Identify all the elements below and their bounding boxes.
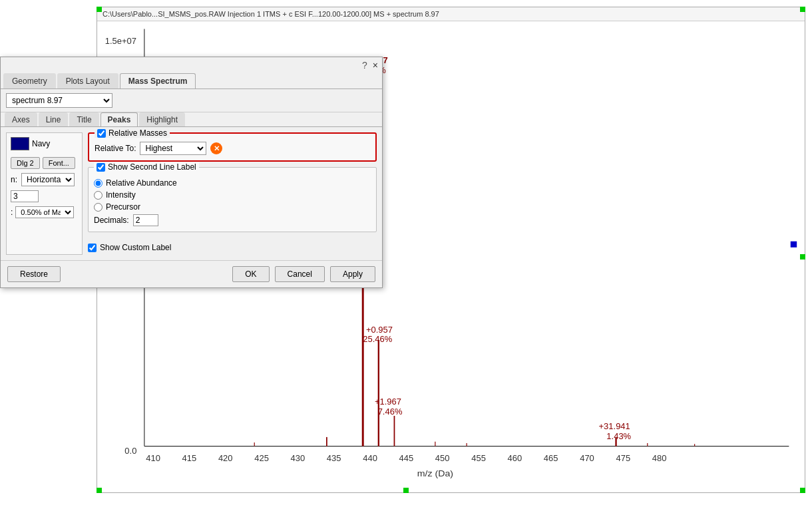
spectrum-select-row: spectrum 8.97	[1, 89, 382, 112]
radio-precursor-input[interactable]	[94, 203, 102, 212]
show-custom-label-checkbox[interactable]	[88, 244, 97, 252]
dlg2-button[interactable]: Dlg 2	[11, 157, 40, 169]
radio-relative-abundance-input[interactable]	[94, 179, 102, 188]
color-swatch-row: Navy	[11, 137, 78, 150]
show-custom-label-row: Show Custom Label	[88, 240, 377, 255]
radio-group: Relative Abundance Intensity Precursor	[94, 176, 371, 212]
tab-title[interactable]: Title	[69, 112, 99, 126]
left-panel: Navy Dlg 2 Font... n: Horizontal Vertica…	[6, 132, 83, 255]
cancel-button[interactable]: Cancel	[275, 266, 325, 282]
svg-text:410: 410	[146, 454, 160, 464]
svg-text:450: 450	[435, 454, 450, 464]
svg-text:425: 425	[254, 454, 269, 464]
radio-intensity-label: Intensity	[106, 190, 136, 200]
svg-text:+31.941: +31.941	[599, 422, 630, 432]
svg-text:475: 475	[616, 454, 631, 464]
tab-mass-spectrum[interactable]: Mass Spectrum	[120, 73, 196, 88]
count-spinner[interactable]	[11, 190, 39, 202]
svg-text:480: 480	[652, 454, 667, 464]
tab-bar-sub: Axes Line Title Peaks Highlight	[1, 112, 382, 127]
svg-text:455: 455	[471, 454, 486, 464]
svg-text:+0.957: +0.957	[366, 325, 393, 335]
orange-x-button[interactable]: ✕	[210, 142, 222, 154]
svg-text:m/z (Da): m/z (Da)	[417, 468, 453, 478]
radio-relative-abundance-label: Relative Abundance	[106, 178, 177, 188]
dialog-footer: Restore OK Cancel Apply	[1, 260, 382, 287]
svg-text:435: 435	[327, 454, 341, 464]
orient-row: n: Horizontal Vertical	[11, 173, 78, 186]
show-custom-label-label: Show Custom Label	[100, 243, 171, 252]
dialog-titlebar: ? ×	[1, 57, 382, 73]
tab-axes[interactable]: Axes	[5, 112, 37, 126]
radio-relative-abundance: Relative Abundance	[94, 178, 371, 188]
radio-precursor-label: Precursor	[106, 202, 140, 212]
decimals-spinner[interactable]	[133, 214, 158, 226]
tab-peaks[interactable]: Peaks	[101, 112, 138, 126]
color-swatch[interactable]	[11, 137, 29, 150]
ok-button[interactable]: OK	[232, 266, 269, 282]
relative-masses-group: Relative Masses Relative To: Highest Bas…	[88, 132, 377, 162]
threshold-dropdown[interactable]: 0.50% of Max 1.00% of Max 5.00% of Max	[15, 206, 74, 218]
right-panel: Relative Masses Relative To: Highest Bas…	[88, 132, 377, 255]
relative-masses-label: Relative Masses	[108, 128, 167, 138]
handle-br[interactable]	[800, 488, 805, 493]
show-second-line-label: Show Second Line Label	[108, 162, 196, 172]
tab-highlight[interactable]: Highlight	[139, 112, 185, 126]
apply-button[interactable]: Apply	[330, 266, 375, 282]
svg-text:460: 460	[508, 454, 522, 464]
orient-label: n:	[11, 175, 17, 184]
help-icon[interactable]: ?	[362, 60, 367, 71]
svg-text:470: 470	[580, 454, 594, 464]
relative-masses-legend: Relative Masses	[95, 128, 170, 138]
dlg2-font-row: Dlg 2 Font...	[11, 157, 78, 169]
threshold-colon: :	[11, 208, 13, 217]
footer-right: OK Cancel Apply	[232, 266, 375, 282]
handle-mr[interactable]	[800, 254, 805, 259]
svg-text:0.0: 0.0	[124, 446, 136, 456]
svg-rect-38	[791, 242, 797, 248]
tab-geometry[interactable]: Geometry	[3, 73, 56, 88]
svg-text:1.5e+07: 1.5e+07	[105, 36, 136, 46]
dialog-body: Navy Dlg 2 Font... n: Horizontal Vertica…	[1, 127, 382, 260]
relative-masses-checkbox[interactable]	[97, 129, 106, 138]
svg-text:25.46%: 25.46%	[363, 335, 392, 345]
svg-text:445: 445	[399, 454, 414, 464]
svg-text:465: 465	[544, 454, 558, 464]
decimals-row: Decimals:	[94, 214, 371, 226]
relative-to-row: Relative To: Highest Base Peak Total ✕	[95, 142, 370, 155]
count-row	[11, 190, 78, 202]
radio-intensity-input[interactable]	[94, 191, 102, 200]
relative-to-label: Relative To:	[95, 144, 136, 153]
svg-text:7.46%: 7.46%	[378, 407, 403, 417]
restore-button[interactable]: Restore	[7, 266, 61, 282]
tab-plots-layout[interactable]: Plots Layout	[57, 73, 118, 88]
handle-bm[interactable]	[403, 488, 409, 493]
show-second-line-legend: Show Second Line Label	[94, 162, 199, 172]
radio-precursor: Precursor	[94, 202, 371, 212]
svg-text:415: 415	[182, 454, 197, 464]
tab-bar-top: Geometry Plots Layout Mass Spectrum	[1, 73, 382, 89]
orient-dropdown[interactable]: Horizontal Vertical	[21, 173, 75, 186]
show-second-line-group: Show Second Line Label Relative Abundanc…	[88, 167, 377, 232]
handle-tl[interactable]	[97, 7, 102, 12]
svg-text:430: 430	[291, 454, 305, 464]
spectrum-dropdown[interactable]: spectrum 8.97	[6, 93, 112, 108]
chart-title: C:\Users\Pablo...SI_MSMS_pos.RAW Injecti…	[97, 7, 805, 21]
close-button[interactable]: ×	[373, 61, 378, 70]
font-button[interactable]: Font...	[43, 157, 75, 169]
svg-text:440: 440	[363, 454, 377, 464]
threshold-row: : 0.50% of Max 1.00% of Max 5.00% of Max	[11, 206, 78, 218]
svg-text:1.43%: 1.43%	[606, 432, 631, 442]
svg-text:+1.967: +1.967	[375, 397, 401, 407]
handle-bl[interactable]	[97, 488, 102, 493]
svg-text:420: 420	[218, 454, 233, 464]
decimals-label: Decimals:	[94, 216, 129, 225]
tab-line[interactable]: Line	[39, 112, 69, 126]
show-second-line-checkbox[interactable]	[97, 163, 105, 172]
color-label: Navy	[32, 139, 50, 148]
handle-tr[interactable]	[800, 7, 805, 12]
radio-intensity: Intensity	[94, 190, 371, 200]
relative-to-dropdown[interactable]: Highest Base Peak Total	[140, 142, 206, 155]
dialog: ? × Geometry Plots Layout Mass Spectrum …	[0, 57, 383, 288]
